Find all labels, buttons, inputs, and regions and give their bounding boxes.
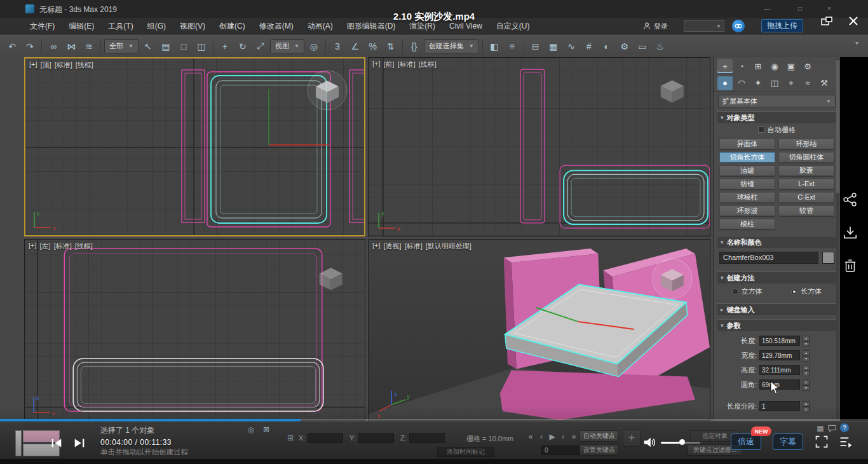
object-type-button[interactable]: L-Ext [778, 179, 834, 189]
object-type-button[interactable]: 软管 [778, 205, 834, 216]
viewport-shading-button[interactable]: [线框] [76, 60, 93, 70]
param-field[interactable]: 69mm [759, 379, 800, 390]
viewport-left[interactable]: [+] [左] [标准] [线框] x [24, 239, 365, 421]
autogrid-checkbox[interactable]: 自动栅格 [714, 123, 840, 136]
object-type-button[interactable]: 环形结 [778, 139, 834, 149]
isolate-selection-icon[interactable]: ◎ [245, 424, 257, 435]
play-icon[interactable]: ▶ [548, 432, 557, 442]
rollout-keyboard-entry[interactable]: ▸ 键盘输入 [717, 303, 836, 315]
param-spinner[interactable]: ▴▾ [803, 350, 810, 360]
share-icon[interactable] [841, 191, 859, 208]
spinner-snap-icon[interactable]: ⇅ [383, 38, 399, 55]
use-center-icon[interactable]: ◎ [306, 38, 322, 55]
select-link-icon[interactable]: ∞ [45, 38, 62, 55]
rect-region-icon[interactable]: □ [175, 38, 192, 55]
align-icon[interactable]: ≡ [504, 38, 520, 55]
motion-tab-icon[interactable]: ◉ [767, 59, 782, 73]
viewport-shading-button[interactable]: [默认明暗处理] [426, 242, 471, 251]
edit-named-sets-icon[interactable]: {} [406, 38, 423, 55]
menu-item[interactable]: 编辑(E) [62, 18, 101, 34]
create-tab-icon[interactable]: + [717, 59, 733, 73]
volume-knob[interactable] [679, 439, 685, 445]
percent-snap-icon[interactable]: % [365, 38, 381, 55]
cameras-category-icon[interactable]: ◫ [767, 76, 782, 90]
viewport-pov-button[interactable]: [顶] [41, 60, 51, 70]
transform-typein-toggle-icon[interactable]: ⊞ [285, 432, 296, 444]
rendered-frame-icon[interactable]: ▭ [634, 38, 651, 55]
redo-icon[interactable]: ↷ [22, 38, 38, 55]
go-start-icon[interactable]: « [526, 432, 535, 442]
viewport-pov-button[interactable]: [透视] [384, 242, 402, 251]
toolbar-overflow-icon[interactable]: ▾ [855, 39, 858, 46]
param-field[interactable]: 32.111mm [759, 365, 800, 375]
viewport-perspective[interactable]: [+] [透视] [标准] [默认明暗处理] [368, 239, 710, 421]
ref-coord-dropdown[interactable]: 视图▼ [270, 39, 304, 53]
param-field[interactable]: 150.518mm [759, 336, 800, 346]
viewport-menu-button[interactable]: [+] [372, 242, 381, 251]
rollout-parameters[interactable]: ▾ 参数 [717, 319, 836, 331]
window-maximize-icon[interactable]: □ [798, 5, 802, 12]
add-time-tag-button[interactable]: 添加时间标记 [437, 447, 494, 457]
display-tab-icon[interactable]: ▣ [783, 59, 799, 73]
creation-method-radio[interactable]: 长方体 [791, 287, 822, 296]
modify-tab-icon[interactable]: ◔ [734, 59, 749, 73]
viewport-shading-button[interactable]: [线框] [75, 242, 93, 251]
unlink-icon[interactable]: ⋈ [63, 38, 79, 55]
object-type-button[interactable]: 环形波 [719, 205, 775, 216]
geometry-category-icon[interactable]: ● [717, 76, 733, 90]
window-close-icon[interactable]: × [827, 5, 831, 12]
drag-upload-button[interactable]: 拖拽上传 [761, 19, 803, 32]
rotate-icon[interactable]: ↻ [234, 38, 251, 55]
object-type-button[interactable]: C-Ext [778, 192, 834, 203]
utilities-tab-icon[interactable]: ⚙ [800, 59, 815, 73]
window-minimize-icon[interactable]: — [764, 5, 770, 12]
hierarchy-tab-icon[interactable]: ⊞ [750, 59, 766, 73]
menu-item[interactable]: 自定义(U) [489, 18, 537, 34]
curve-editor-icon[interactable]: ∿ [563, 38, 580, 55]
mirror-icon[interactable]: ◧ [486, 38, 503, 55]
lock-selection-icon[interactable]: ⊠ [261, 424, 272, 435]
viewport-standard-button[interactable]: [标准] [405, 242, 423, 251]
viewcube[interactable] [320, 268, 342, 290]
object-type-button[interactable]: 棱柱 [719, 219, 775, 229]
viewport-menu-button[interactable]: [+] [372, 60, 381, 69]
render-icon[interactable]: ♨ [652, 38, 668, 55]
move-icon[interactable]: + [217, 38, 233, 55]
spacewarps-category-icon[interactable]: ≈ [800, 76, 815, 90]
shapes-category-icon[interactable]: ◠ [734, 76, 749, 90]
viewport-standard-button[interactable]: [标准] [54, 242, 72, 251]
material-editor-icon[interactable]: ◐ [599, 38, 615, 55]
menu-item[interactable]: 工具(T) [101, 18, 140, 34]
snap-toggle-icon[interactable]: 3 [329, 38, 346, 55]
help-icon[interactable]: ? [840, 423, 849, 432]
viewport-front[interactable]: [+] [前] [标准] [线框] [368, 57, 710, 236]
viewport-menu-button[interactable]: [+] [29, 60, 37, 70]
object-type-button[interactable]: 纺锤 [719, 179, 775, 189]
viewport-menu-button[interactable]: [+] [29, 242, 37, 251]
systems-category-icon[interactable]: ⚒ [817, 76, 832, 90]
viewcube[interactable] [308, 71, 347, 110]
fullscreen-icon[interactable] [813, 433, 830, 450]
viewport-shading-button[interactable]: [线框] [419, 60, 437, 69]
next-button[interactable] [71, 435, 88, 451]
param-spinner[interactable]: ▴▾ [803, 336, 810, 346]
param-spinner[interactable]: ▴▾ [803, 365, 810, 375]
next-key-icon[interactable]: › [559, 432, 567, 442]
viewcube[interactable] [661, 80, 684, 102]
close-icon[interactable] [846, 14, 860, 28]
param-spinner[interactable]: ▴▾ [803, 379, 810, 390]
viewport-standard-button[interactable]: [标准] [398, 60, 416, 69]
viewport-top[interactable]: [+] [顶] [标准] [线框] [24, 57, 365, 236]
scale-icon[interactable]: ⤢ [252, 38, 269, 55]
playlist-icon[interactable] [837, 433, 854, 450]
creation-method-radio[interactable]: 立方体 [732, 287, 763, 296]
previous-button[interactable] [48, 435, 65, 451]
object-type-button[interactable]: 切角圆柱体 [778, 152, 834, 163]
schematic-view-icon[interactable]: # [581, 38, 597, 55]
layers-icon[interactable]: ⊟ [527, 38, 544, 55]
subtitle-button[interactable]: 字幕 [773, 433, 803, 450]
miniplayer-icon[interactable] [821, 17, 832, 29]
viewcube[interactable] [653, 259, 692, 298]
download-icon[interactable] [841, 224, 859, 242]
selection-filter-dropdown[interactable]: 全部▼ [104, 39, 139, 53]
